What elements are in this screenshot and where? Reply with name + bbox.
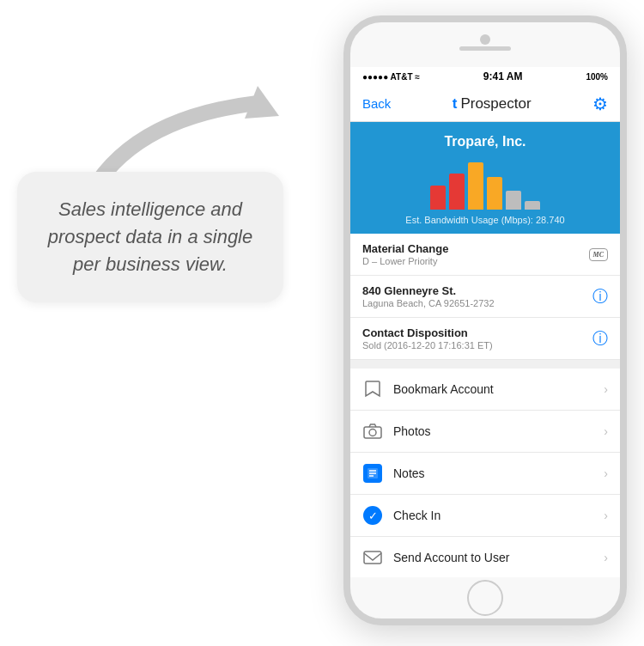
callout-box: Sales intelligence and prospect data in …	[17, 172, 283, 302]
chart-bar-2	[468, 162, 483, 210]
account-header: Troparé, Inc. Est. Bandwidth Usage (Mbps…	[350, 122, 620, 234]
camera-icon	[362, 421, 383, 442]
info-row-subtitle-1: Laguna Beach, CA 92651-2732	[362, 298, 495, 308]
bookmark-icon	[362, 379, 383, 399]
menu-item-photos[interactable]: Photos›	[350, 411, 620, 453]
info-row-title-1: 840 Glenneyre St.	[362, 284, 495, 297]
back-button[interactable]: Back	[362, 96, 391, 111]
info-row-2[interactable]: Contact DispositionSold (2016-12-20 17:1…	[350, 318, 620, 360]
settings-icon[interactable]: ⚙	[592, 94, 608, 114]
battery-indicator: 100%	[586, 72, 608, 82]
status-bar: ●●●●● AT&T ≈ 9:41 AM 100%	[350, 67, 620, 86]
envelope-icon	[362, 547, 383, 568]
account-name: Troparé, Inc.	[362, 134, 608, 149]
menu-section: Bookmark Account›Photos›Notes›✓Check In›…	[350, 369, 620, 577]
info-row-0[interactable]: Material ChangeD – Lower PriorityMC	[350, 234, 620, 276]
chart-bar-3	[487, 177, 502, 210]
chevron-right-icon: ›	[604, 551, 608, 564]
info-row-subtitle-0: D – Lower Priority	[362, 256, 448, 266]
info-row-title-0: Material Change	[362, 242, 448, 255]
menu-item-bookmark-account[interactable]: Bookmark Account›	[350, 369, 620, 411]
phone-bottom-bezel	[350, 577, 620, 619]
section-divider	[350, 360, 620, 369]
menu-item-notes[interactable]: Notes›	[350, 453, 620, 495]
info-row-title-2: Contact Disposition	[362, 326, 493, 339]
bandwidth-label: Est. Bandwidth Usage (Mbps): 28.740	[362, 215, 608, 225]
menu-item-label-2: Notes	[393, 466, 593, 480]
phone-camera	[480, 34, 490, 45]
phone-top-bezel	[350, 22, 620, 67]
nav-bar: Back tProspector ⚙	[350, 86, 620, 122]
chart-bar-1	[449, 174, 465, 210]
signal-indicator: ●●●●● AT&T ≈	[362, 72, 420, 82]
chevron-right-icon: ›	[604, 466, 608, 480]
info-section: Material ChangeD – Lower PriorityMC840 G…	[350, 234, 620, 360]
menu-item-label-0: Bookmark Account	[393, 382, 593, 396]
info-row-subtitle-2: Sold (2016-12-20 17:16:31 ET)	[362, 340, 493, 350]
phone-screen: ●●●●● AT&T ≈ 9:41 AM 100% Back tProspect…	[350, 67, 620, 577]
callout-text: Sales intelligence and prospect data in …	[45, 196, 256, 278]
menu-item-label-4: Send Account to User	[393, 551, 593, 564]
chart-bar-5	[525, 201, 540, 210]
info-circle-icon: ⓘ	[592, 286, 608, 307]
svg-point-2	[369, 430, 376, 436]
chart-bar-4	[506, 191, 521, 210]
nav-title: tProspector	[453, 95, 532, 113]
chevron-right-icon: ›	[604, 382, 608, 396]
chevron-right-icon: ›	[604, 509, 608, 522]
home-button[interactable]	[467, 580, 503, 616]
menu-item-label-1: Photos	[393, 424, 593, 438]
svg-rect-7	[364, 552, 381, 564]
info-row-1[interactable]: 840 Glenneyre St.Laguna Beach, CA 92651-…	[350, 276, 620, 318]
app-logo-t: t	[453, 95, 458, 113]
menu-item-send-account-to-user[interactable]: Send Account to User›	[350, 537, 620, 577]
mc-badge-icon: MC	[589, 248, 608, 261]
chevron-right-icon: ›	[604, 424, 608, 438]
bandwidth-chart	[362, 158, 608, 210]
check-icon: ✓	[362, 505, 383, 526]
info-circle-icon: ⓘ	[592, 328, 608, 349]
app-name: Prospector	[460, 95, 531, 113]
phone-speaker	[459, 46, 511, 51]
chart-bar-0	[430, 186, 446, 210]
notes-icon	[362, 463, 383, 484]
menu-item-check-in[interactable]: ✓Check In›	[350, 495, 620, 537]
time-display: 9:41 AM	[483, 70, 523, 82]
phone-frame: ●●●●● AT&T ≈ 9:41 AM 100% Back tProspect…	[343, 15, 627, 625]
menu-item-label-3: Check In	[393, 509, 593, 522]
